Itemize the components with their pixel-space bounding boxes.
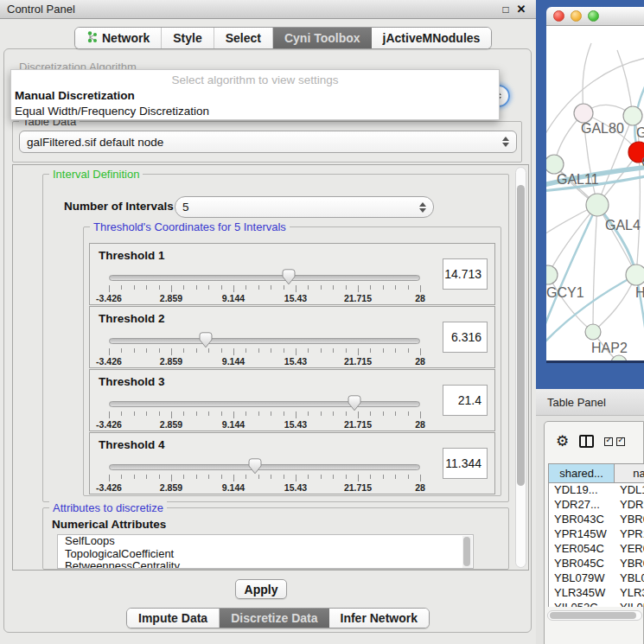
node-right-mid[interactable] bbox=[626, 265, 644, 285]
tab-jactivemnodules[interactable]: jActiveMNodules bbox=[372, 28, 492, 48]
node-hap2[interactable] bbox=[585, 324, 601, 340]
float-panel-icon[interactable]: □ bbox=[498, 3, 513, 16]
node-gal11[interactable] bbox=[546, 155, 564, 174]
node-label-ga: GA bbox=[636, 125, 644, 140]
table-row[interactable]: YPR145WYPR145W bbox=[549, 527, 644, 542]
slider-tick-labels: -3.4262.8599.14415.4321.71528 bbox=[109, 293, 420, 303]
attribute-item-selfloops[interactable]: SelfLoops bbox=[58, 535, 473, 548]
table-horizontal-scrollbar[interactable] bbox=[547, 610, 642, 621]
interval-definition-section: Interval Definition Number of Intervals … bbox=[42, 174, 509, 502]
node-gal4[interactable] bbox=[586, 194, 609, 216]
node-gcy1[interactable] bbox=[546, 265, 558, 284]
threshold-slider[interactable]: -3.4262.8599.14415.4321.71528 bbox=[109, 333, 420, 366]
table-row[interactable]: YLR345WYLR345W bbox=[549, 586, 644, 601]
table-cell: YBR043C bbox=[615, 513, 644, 527]
node-label-h: H bbox=[635, 285, 644, 300]
table-panel-title: Table Panel bbox=[547, 396, 606, 409]
tab-cyni-toolbox[interactable]: Cyni Toolbox bbox=[272, 28, 372, 48]
threshold-label: Threshold 2 bbox=[99, 312, 165, 325]
threshold-slider[interactable]: -3.4262.8599.14415.4321.71528 bbox=[109, 396, 420, 429]
network-canvas[interactable]: GAL80GACGAL11GAL4GCY1HHAP2 bbox=[546, 26, 644, 363]
node-bottom[interactable] bbox=[611, 355, 627, 363]
node-table: shared...name YDL19...YDL19...YDR27...YD… bbox=[548, 463, 644, 607]
scrollbar-thumb[interactable] bbox=[550, 612, 636, 619]
attribute-item-betweennesscentrality[interactable]: BetweennessCentrality bbox=[58, 560, 473, 569]
threshold-value-field[interactable]: 6.316 bbox=[443, 322, 488, 353]
table-row[interactable]: YBR045CYBR045C bbox=[549, 557, 644, 571]
close-panel-icon[interactable]: ✕ bbox=[513, 3, 529, 16]
tab-infer-network[interactable]: Infer Network bbox=[329, 609, 429, 628]
gear-icon[interactable]: ⚙ bbox=[556, 434, 569, 449]
table-toolbar: ⚙ bbox=[545, 422, 644, 461]
threshold-value-field[interactable]: 14.713 bbox=[443, 258, 488, 290]
slider-tick-labels: -3.4262.8599.14415.4321.71528 bbox=[109, 419, 420, 429]
slider-track[interactable] bbox=[109, 338, 420, 344]
threshold-label: Threshold 4 bbox=[99, 438, 165, 451]
table-cell: YLR345W bbox=[615, 586, 644, 601]
threshold-slider[interactable]: -3.4262.8599.14415.4321.71528 bbox=[109, 270, 420, 303]
table-row[interactable]: YDR27...YDR27... bbox=[549, 498, 644, 513]
settings-scroll-panel: Interval Definition Number of Intervals … bbox=[12, 164, 529, 571]
threshold-value-field[interactable]: 21.4 bbox=[443, 385, 488, 416]
table-row[interactable]: YBL079WYBL079W bbox=[549, 571, 644, 586]
node-top-right[interactable] bbox=[623, 106, 642, 125]
zoom-window-button[interactable] bbox=[588, 10, 599, 22]
tab-select[interactable]: Select bbox=[214, 28, 272, 48]
slider-track[interactable] bbox=[109, 275, 420, 281]
panel-title: Control Panel bbox=[7, 3, 498, 16]
table-data-select[interactable]: galFiltered.sif default node bbox=[19, 131, 517, 153]
table-row[interactable]: YDL19...YDL19... bbox=[549, 483, 644, 498]
tab-impute-data[interactable]: Impute Data bbox=[127, 609, 219, 628]
threshold-slider[interactable]: -3.4262.8599.14415.4321.71528 bbox=[109, 459, 420, 492]
tab-label: Impute Data bbox=[138, 611, 207, 625]
checkbox-icon[interactable] bbox=[616, 437, 625, 446]
combo-arrows-icon bbox=[419, 202, 426, 213]
algorithm-dropdown-popup: Select algorithm to view settings Manual… bbox=[10, 69, 500, 120]
number-of-intervals-select[interactable]: 5 bbox=[175, 196, 434, 218]
split-view-icon[interactable] bbox=[579, 435, 594, 448]
table-row[interactable]: YIL052CYIL052C bbox=[549, 601, 644, 607]
thresholds-section-label: Threshold's Coordinates for 5 Intervals bbox=[90, 220, 290, 233]
tab-network[interactable]: Network bbox=[75, 28, 161, 48]
scrollbar-thumb[interactable] bbox=[463, 537, 470, 566]
table-cell: YDL19... bbox=[549, 483, 615, 498]
node-gal80[interactable] bbox=[574, 104, 593, 123]
tab-label: Select bbox=[226, 31, 261, 45]
column-header-name[interactable]: name bbox=[615, 464, 644, 483]
tab-style[interactable]: Style bbox=[161, 28, 213, 48]
node-label-gal80: GAL80 bbox=[581, 121, 624, 136]
table-row[interactable]: YBR043CYBR043C bbox=[549, 513, 644, 527]
threshold-panel-4: Threshold 4-3.4262.8599.14415.4321.71528… bbox=[89, 432, 495, 494]
slider-thumb[interactable] bbox=[199, 332, 213, 348]
apply-button[interactable]: Apply bbox=[235, 579, 287, 599]
slider-thumb[interactable] bbox=[282, 269, 296, 285]
column-header-shared-[interactable]: shared... bbox=[549, 464, 615, 483]
attributes-scrollbar[interactable] bbox=[462, 536, 472, 569]
tab-label: Network bbox=[102, 31, 150, 45]
combo-arrows-icon bbox=[502, 137, 509, 147]
algorithm-prompt-option[interactable]: Select algorithm to view settings bbox=[11, 70, 499, 88]
minimize-window-button[interactable] bbox=[571, 10, 582, 22]
algorithm-option-equal-width-frequency-discretization[interactable]: Equal Width/Frequency Discretization bbox=[11, 104, 499, 119]
slider-tick-labels: -3.4262.8599.14415.4321.71528 bbox=[109, 482, 420, 492]
slider-thumb[interactable] bbox=[248, 458, 262, 475]
table-row[interactable]: YER054CYER054C bbox=[549, 542, 644, 557]
checkbox-icon[interactable] bbox=[604, 437, 613, 446]
network-icon bbox=[86, 31, 98, 46]
attribute-item-topologicalcoefficient[interactable]: TopologicalCoefficient bbox=[58, 548, 473, 561]
tab-discretize-data[interactable]: Discretize Data bbox=[219, 609, 328, 628]
threshold-value-field[interactable]: 11.344 bbox=[443, 448, 488, 479]
slider-track[interactable] bbox=[109, 464, 420, 470]
scrollbar-thumb[interactable] bbox=[517, 185, 525, 486]
slider-tick-labels: -3.4262.8599.14415.4321.71528 bbox=[109, 356, 420, 366]
numerical-attributes-list[interactable]: SelfLoopsTopologicalCoefficientBetweenne… bbox=[57, 534, 474, 569]
table-cell: YIL052C bbox=[615, 601, 644, 607]
slider-track[interactable] bbox=[109, 401, 420, 407]
close-window-button[interactable] bbox=[553, 10, 564, 22]
tab-label: Style bbox=[173, 31, 201, 45]
settings-vertical-scrollbar[interactable] bbox=[515, 167, 526, 568]
threshold-label: Threshold 1 bbox=[99, 249, 165, 262]
slider-thumb[interactable] bbox=[348, 395, 361, 411]
algorithm-option-manual-discretization[interactable]: Manual Discretization bbox=[11, 88, 499, 104]
interval-definition-label: Interval Definition bbox=[49, 168, 143, 181]
